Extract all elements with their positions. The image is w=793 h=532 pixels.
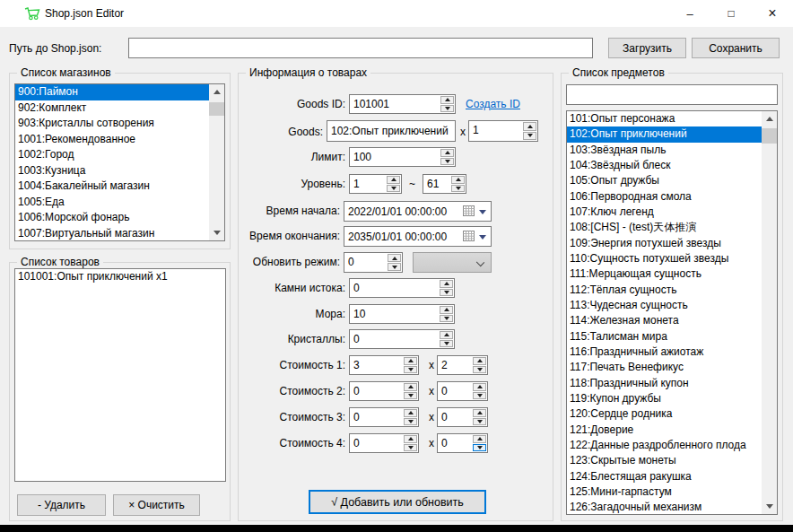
- spin-down-icon[interactable]: [473, 444, 486, 452]
- crystals-spinner[interactable]: 0: [349, 329, 455, 349]
- spin-down-icon[interactable]: [523, 132, 536, 141]
- spin-up-icon[interactable]: [440, 306, 453, 314]
- list-item[interactable]: 1005:Еда: [15, 195, 209, 211]
- spin-down-icon[interactable]: [473, 366, 486, 374]
- cost2-id-spinner[interactable]: 0: [349, 381, 419, 401]
- clear-button[interactable]: × Очистить: [113, 494, 200, 516]
- items-scrollbar[interactable]: [762, 111, 777, 514]
- scroll-up-icon[interactable]: [762, 111, 777, 126]
- cost3-count-spinner[interactable]: 0: [437, 407, 488, 427]
- scroll-thumb[interactable]: [762, 128, 777, 144]
- list-item[interactable]: 121:Доверие: [567, 423, 762, 438]
- spin-up-icon[interactable]: [440, 149, 454, 157]
- load-button[interactable]: Загрузить: [608, 38, 686, 58]
- mora-spinner[interactable]: 10: [349, 304, 455, 324]
- spin-up-icon[interactable]: [523, 122, 536, 131]
- list-item[interactable]: 110:Сущность потухшей звезды: [567, 251, 762, 266]
- list-item[interactable]: 125:Мини-гарпастум: [567, 484, 762, 500]
- list-item[interactable]: 1003:Кузница: [15, 163, 209, 179]
- list-item[interactable]: 119:Купон дружбы: [567, 391, 762, 406]
- spin-down-icon[interactable]: [404, 366, 417, 374]
- spin-up-icon[interactable]: [404, 435, 417, 443]
- spin-up-icon[interactable]: [473, 357, 486, 365]
- list-item[interactable]: 101001:Опыт приключений x1: [15, 269, 225, 285]
- spin-up-icon[interactable]: [440, 96, 454, 104]
- scroll-down-icon[interactable]: [762, 499, 777, 514]
- spin-down-icon[interactable]: [473, 418, 486, 426]
- goods-id-spinner[interactable]: 101001: [349, 94, 456, 114]
- shops-listbox[interactable]: 900:Паймон902:Комплект903:Кристаллы сотв…: [14, 83, 225, 241]
- spin-down-icon[interactable]: [473, 392, 486, 400]
- primogems-spinner[interactable]: 0: [349, 278, 455, 298]
- list-item[interactable]: 1002:Город: [15, 147, 209, 163]
- items-search-input[interactable]: [566, 84, 778, 105]
- list-item[interactable]: 113:Чудесная сущность: [567, 298, 762, 313]
- cost1-count-spinner[interactable]: 2: [437, 355, 488, 375]
- list-item[interactable]: 116:Праздничный ажиотаж: [567, 344, 762, 360]
- list-item[interactable]: 124:Блестящая ракушка: [567, 469, 762, 484]
- spin-up-icon[interactable]: [404, 357, 417, 365]
- spin-down-icon[interactable]: [440, 340, 453, 348]
- minimize-button[interactable]: –: [669, 0, 710, 27]
- list-item[interactable]: 123:Скрытые монеты: [567, 453, 762, 468]
- list-item[interactable]: 112:Тёплая сущность: [567, 283, 762, 298]
- list-item[interactable]: 114:Железная монета: [567, 313, 762, 328]
- delete-button[interactable]: - Удалить: [17, 494, 106, 516]
- add-or-update-button[interactable]: √ Добавить или обновить: [309, 490, 486, 514]
- goods-count-spinner[interactable]: 1: [468, 120, 538, 142]
- list-item[interactable]: 120:Сердце родника: [567, 406, 762, 422]
- refresh-mode-combobox[interactable]: [413, 252, 492, 273]
- spin-down-icon[interactable]: [387, 185, 400, 193]
- items-listbox[interactable]: 101:Опыт персонажа102:Опыт приключений10…: [566, 110, 778, 515]
- refresh-mode-spinner[interactable]: 0: [344, 252, 403, 273]
- create-id-link[interactable]: Создать ID: [466, 98, 520, 110]
- path-input[interactable]: [128, 38, 593, 58]
- list-item[interactable]: 1001:Рекомендованное: [15, 132, 209, 148]
- spin-up-icon[interactable]: [473, 435, 486, 443]
- cost4-count-spinner[interactable]: 0: [437, 433, 488, 453]
- list-item[interactable]: 900:Паймон: [15, 84, 209, 100]
- list-item[interactable]: 102:Опыт приключений: [567, 126, 762, 142]
- time-end-picker[interactable]: 2035/01/01 00:00:00: [344, 226, 492, 247]
- list-item[interactable]: 104:Звёздный блеск: [567, 158, 762, 173]
- list-item[interactable]: 1007:Виртуальный магазин: [15, 226, 209, 242]
- cost4-id-spinner[interactable]: 0: [349, 433, 419, 453]
- spin-down-icon[interactable]: [440, 289, 453, 297]
- spin-down-icon[interactable]: [404, 418, 417, 426]
- scroll-thumb[interactable]: [209, 102, 224, 116]
- scroll-down-icon[interactable]: [209, 225, 224, 240]
- cost2-count-spinner[interactable]: 0: [437, 381, 488, 401]
- list-item[interactable]: 1004:Бакалейный магазин: [15, 179, 209, 195]
- spin-up-icon[interactable]: [451, 176, 465, 184]
- list-item[interactable]: 117:Печать Венефикус: [567, 360, 762, 375]
- dropdown-arrow-icon[interactable]: [479, 210, 486, 214]
- spin-up-icon[interactable]: [440, 280, 453, 288]
- list-item[interactable]: 903:Кристаллы сотворения: [15, 116, 209, 132]
- time-start-picker[interactable]: 2022/01/01 00:00:00: [344, 201, 492, 222]
- list-item[interactable]: 103:Звёздная пыль: [567, 143, 762, 158]
- spin-down-icon[interactable]: [404, 392, 417, 400]
- limit-spinner[interactable]: 100: [349, 147, 456, 167]
- spin-up-icon[interactable]: [473, 383, 486, 391]
- spin-down-icon[interactable]: [404, 444, 417, 452]
- spin-up-icon[interactable]: [404, 383, 417, 391]
- list-item[interactable]: 115:Талисман мира: [567, 329, 762, 344]
- save-button[interactable]: Сохранить: [692, 38, 780, 58]
- spin-up-icon[interactable]: [473, 409, 486, 417]
- title-bar[interactable]: Shop.json Editor – □ ×: [0, 0, 793, 27]
- list-item[interactable]: 122:Данные раздробленного плода: [567, 438, 762, 453]
- spin-down-icon[interactable]: [440, 158, 454, 166]
- close-button[interactable]: ×: [752, 0, 793, 27]
- cost1-id-spinner[interactable]: 3: [349, 355, 419, 375]
- goods-listbox[interactable]: 101001:Опыт приключений x1: [14, 268, 226, 482]
- list-item[interactable]: 101:Опыт персонажа: [567, 111, 762, 126]
- list-item[interactable]: 107:Ключ легенд: [567, 205, 762, 220]
- spin-up-icon[interactable]: [404, 409, 417, 417]
- spin-up-icon[interactable]: [388, 254, 401, 262]
- spin-down-icon[interactable]: [388, 263, 401, 271]
- list-item[interactable]: 902:Комплект: [15, 100, 209, 117]
- list-item[interactable]: 106:Первородная смола: [567, 189, 762, 205]
- list-item[interactable]: 118:Праздничный купон: [567, 376, 762, 391]
- shops-scrollbar[interactable]: [209, 84, 224, 240]
- list-item[interactable]: 105:Опыт дружбы: [567, 173, 762, 188]
